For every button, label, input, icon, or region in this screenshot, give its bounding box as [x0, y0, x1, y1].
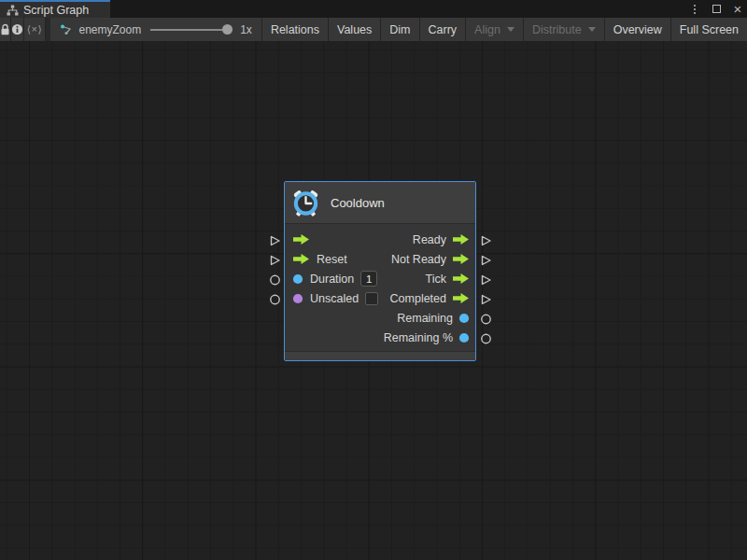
chevron-down-icon: [507, 27, 514, 32]
code-icon: ⟨×⟩: [27, 23, 43, 35]
flow-connector-triangle[interactable]: [268, 250, 281, 270]
node-ports-right: Ready Not Ready Tick Completed Remaining…: [384, 230, 475, 347]
port-label: Remaining: [397, 312, 453, 325]
zoom-slider-track[interactable]: [150, 29, 233, 31]
flow-port-arrow-icon[interactable]: [452, 292, 470, 304]
toolbar-button-carry[interactable]: Carry: [420, 18, 467, 41]
graph-canvas[interactable]: Cooldown Reset Duration Unscaled Ready N…: [0, 41, 747, 560]
lock-button[interactable]: [0, 18, 11, 41]
info-button[interactable]: [11, 18, 24, 41]
port-label: Completed: [390, 292, 446, 305]
flow-connector-triangle[interactable]: [479, 231, 492, 250]
zoom-value: 1x: [240, 23, 252, 36]
zoom-slider-handle[interactable]: [222, 24, 233, 35]
flow-connector-triangle[interactable]: [479, 270, 492, 289]
toolbar-button-label: Overview: [613, 23, 662, 36]
node-ports-left: Reset Duration Unscaled: [285, 230, 378, 308]
graph-reference-icon: [60, 24, 73, 35]
code-view-button[interactable]: ⟨×⟩: [24, 18, 46, 41]
port-label: Duration: [310, 273, 354, 286]
lock-icon: [0, 23, 10, 35]
flow-port-arrow-icon[interactable]: [452, 253, 470, 265]
port-label: Ready: [413, 233, 446, 246]
menu-icon[interactable]: [688, 2, 701, 17]
port-left-duration[interactable]: Duration: [285, 269, 378, 288]
graph-name-label[interactable]: enemy: [78, 23, 112, 36]
info-icon: [11, 23, 23, 35]
float-port-dot-icon[interactable]: [292, 273, 303, 285]
flow-port-arrow-icon[interactable]: [452, 273, 470, 285]
port-left-unscaled[interactable]: Unscaled: [285, 288, 378, 308]
port-label: Tick: [426, 273, 446, 286]
maximize-icon[interactable]: [710, 2, 723, 17]
value-connector-circle[interactable]: [479, 309, 492, 329]
toolbar-button-label: Align: [474, 23, 500, 36]
port-label: Unscaled: [310, 292, 359, 305]
float-port-dot-icon[interactable]: [458, 332, 470, 343]
toolbar-button-label: Dim: [389, 23, 410, 36]
tab-label: Script Graph: [23, 4, 89, 17]
alarm-clock-icon: [291, 189, 320, 217]
flow-connector-triangle[interactable]: [268, 231, 281, 250]
toolbar-button-values[interactable]: Values: [329, 18, 381, 41]
toolbar-button-relations[interactable]: Relations: [262, 18, 329, 41]
toolbar-button-dim[interactable]: Dim: [381, 18, 419, 41]
flow-connector-triangle[interactable]: [479, 289, 492, 309]
flow-port-arrow-icon[interactable]: [292, 233, 310, 245]
unscaled-checkbox[interactable]: [365, 292, 378, 305]
port-right-remaining[interactable]: Remaining %: [384, 328, 475, 347]
value-connector-circle[interactable]: [268, 270, 281, 289]
toolbar-button-label: Carry: [429, 23, 458, 36]
toolbar-button-label: Full Screen: [680, 23, 739, 36]
toolbar-button-full-screen[interactable]: Full Screen: [671, 18, 747, 41]
flow-port-arrow-icon[interactable]: [452, 233, 470, 245]
graph-toolbar: ⟨×⟩ enemy Zoom 1x RelationsValuesDimCarr…: [0, 18, 747, 41]
bool-port-dot-icon[interactable]: [292, 293, 303, 304]
flow-port-arrow-icon[interactable]: [292, 253, 310, 265]
port-label: Remaining %: [384, 331, 453, 344]
cooldown-node[interactable]: Cooldown Reset Duration Unscaled Ready N…: [284, 181, 476, 361]
window-titlebar: Script Graph ×: [0, 0, 747, 18]
script-graph-icon: [7, 5, 19, 16]
port-label: Not Ready: [391, 253, 446, 266]
float-port-dot-icon[interactable]: [458, 313, 470, 324]
port-label: Reset: [317, 253, 347, 266]
node-connectors-right: [479, 231, 492, 348]
port-right-completed[interactable]: Completed: [384, 288, 475, 308]
value-connector-circle[interactable]: [268, 289, 281, 309]
node-title: Cooldown: [331, 196, 385, 210]
toolbar-button-label: Relations: [271, 23, 319, 36]
chevron-down-icon: [588, 27, 596, 32]
value-connector-circle[interactable]: [479, 329, 492, 348]
cooldown-node-header[interactable]: Cooldown: [285, 182, 475, 224]
port-right-tick[interactable]: Tick: [384, 269, 475, 288]
cooldown-node-footer: [285, 351, 475, 360]
toolbar-buttons: RelationsValuesDimCarryAlignDistributeOv…: [262, 18, 747, 41]
zoom-slider[interactable]: [150, 18, 233, 41]
zoom-label: Zoom: [113, 23, 142, 36]
toolbar-button-label: Distribute: [532, 23, 582, 36]
toolbar-button-align: Align: [466, 18, 524, 41]
cooldown-node-body: Reset Duration Unscaled Ready Not Ready …: [285, 224, 475, 351]
port-right-remaining[interactable]: Remaining: [384, 308, 475, 328]
node-connectors-left: [268, 231, 281, 309]
close-icon[interactable]: ×: [731, 2, 744, 17]
port-left-flow-input[interactable]: [285, 230, 378, 249]
port-right-ready[interactable]: Ready: [384, 230, 475, 249]
graph-reference-group: enemy Zoom 1x: [50, 18, 261, 41]
toolbar-button-distribute: Distribute: [524, 18, 605, 41]
toolbar-button-overview[interactable]: Overview: [605, 18, 671, 41]
toolbar-button-label: Values: [337, 23, 372, 36]
flow-connector-triangle[interactable]: [479, 250, 492, 270]
port-left-reset[interactable]: Reset: [285, 249, 378, 269]
window-controls: ×: [688, 0, 744, 18]
duration-value-input[interactable]: [360, 271, 377, 287]
tab-script-graph[interactable]: Script Graph: [0, 0, 110, 18]
port-right-not-ready[interactable]: Not Ready: [384, 249, 475, 269]
